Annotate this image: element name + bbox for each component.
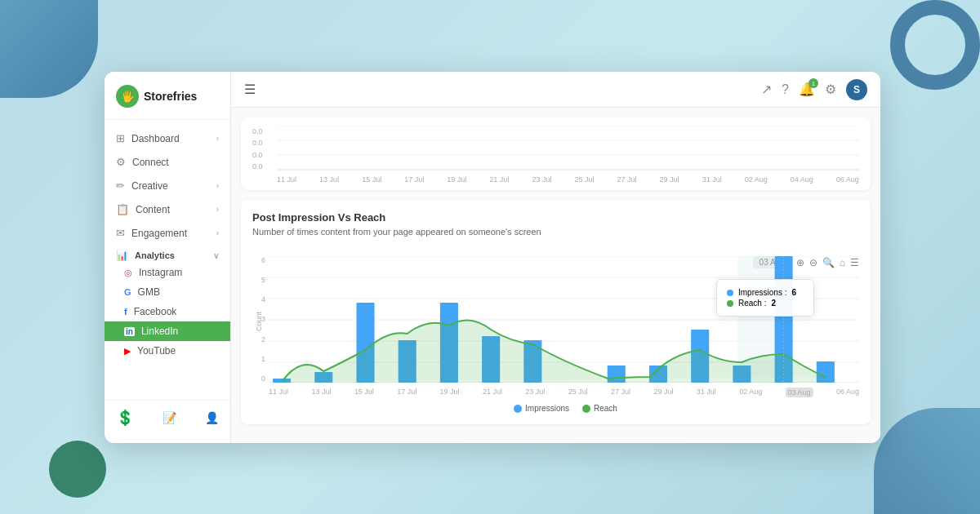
logo-area: 🖐 Storefries (105, 72, 230, 120)
dollar-icon[interactable]: 💲 (116, 409, 134, 427)
sidebar-item-instagram[interactable]: ◎ Instagram (105, 263, 230, 282)
sidebar-item-creative[interactable]: ✏ Creative › (105, 174, 230, 197)
x-label: 29 Jul (653, 388, 673, 397)
legend-reach: Reach (582, 404, 617, 413)
sidebar-item-facebook[interactable]: f Facebook (105, 302, 230, 321)
user-icon[interactable]: 👤 (205, 411, 219, 424)
x-label: 03 Aug (786, 388, 813, 397)
x-label: 06 Aug (836, 175, 859, 184)
x-label: 13 Jul (319, 175, 339, 184)
notification-icon[interactable]: 🔔 1 (799, 82, 815, 97)
instagram-icon: ◎ (124, 268, 132, 278)
chart-subtitle: Number of times content from your page a… (252, 227, 859, 237)
x-label: 27 Jul (617, 175, 637, 184)
facebook-icon: f (124, 307, 127, 317)
logo-icon: 🖐 (116, 85, 139, 108)
deco-bottom-right (874, 408, 980, 514)
sidebar-item-gmb[interactable]: G GMB (105, 282, 230, 302)
reach-dot (727, 300, 733, 307)
chevron-down-icon: ∨ (213, 251, 219, 260)
analytics-section[interactable]: 📊 Analytics ∨ (105, 245, 230, 263)
reach-value: 2 (771, 299, 776, 308)
x-label: 21 Jul (483, 388, 502, 397)
x-label: 27 Jul (611, 388, 630, 397)
chevron-right-icon: › (216, 205, 219, 214)
nav-items: ⊞ Dashboard › ⚙ Connect ✏ Creative › (105, 120, 230, 400)
y-label: 0 (252, 374, 265, 383)
gmb-icon: G (124, 287, 131, 297)
deco-bottom-left-circle (49, 441, 106, 498)
content-icon: 📋 (116, 203, 129, 215)
sidebar-item-connect[interactable]: ⚙ Connect (105, 150, 230, 174)
help-icon[interactable]: ? (782, 82, 789, 97)
x-label: 19 Jul (447, 175, 466, 184)
user-avatar[interactable]: S (846, 79, 867, 100)
deco-top-left (0, 0, 98, 98)
x-label: 31 Jul (702, 175, 722, 184)
legend-impressions: Impressions (514, 404, 569, 413)
y-label: 6 (252, 256, 265, 264)
x-label: 31 Jul (697, 388, 716, 397)
y-label: 4 (252, 295, 265, 304)
sidebar-item-label: Dashboard (131, 133, 180, 144)
youtube-icon: ▶ (124, 346, 131, 357)
menu-icon[interactable]: ☰ (244, 82, 256, 97)
connect-icon: ⚙ (116, 156, 126, 168)
x-label: 29 Jul (660, 175, 679, 184)
analytics-label: Analytics (135, 250, 175, 260)
x-label: 15 Jul (354, 388, 374, 397)
x-label: 25 Jul (568, 388, 588, 397)
header-right: ↗ ? 🔔 1 ⚙ S (761, 79, 867, 100)
mini-x-labels: 11 Jul 13 Jul 15 Jul 17 Jul 19 Jul 21 Ju… (277, 175, 859, 184)
creative-icon: ✏ (116, 179, 125, 192)
chart-tooltip: Impressions : 6 Reach : 2 (716, 279, 814, 317)
sub-item-label: Facebook (134, 306, 177, 317)
x-label: 06 Aug (836, 388, 859, 397)
sub-item-label: YouTube (137, 345, 176, 357)
x-label: 11 Jul (269, 388, 288, 397)
x-label: 23 Jul (525, 388, 545, 397)
y-label: 0.0 (252, 162, 277, 171)
mini-y-axis: 0.0 0.0 0.0 0.0 (252, 126, 277, 171)
chevron-right-icon: › (216, 134, 219, 143)
x-label: 17 Jul (397, 388, 416, 397)
sidebar-item-youtube[interactable]: ▶ YouTube (105, 341, 230, 361)
x-label: 19 Jul (440, 388, 460, 397)
legend-reach-dot (582, 405, 590, 413)
sub-item-label: GMB (138, 286, 160, 298)
mini-chart-svg (277, 126, 859, 171)
chart-area: 0.0 0.0 0.0 0.0 1 (231, 108, 880, 443)
y-label: 0.0 (252, 151, 277, 159)
legend-impressions-label: Impressions (525, 404, 569, 413)
chart-svg-area: Count (269, 256, 859, 397)
sidebar-item-engagement[interactable]: ✉ Engagement › (105, 221, 230, 245)
x-label: 21 Jul (489, 175, 509, 184)
legend-impressions-dot (514, 405, 522, 413)
sidebar-item-content[interactable]: 📋 Content › (105, 197, 230, 221)
edit-icon[interactable]: 📝 (163, 411, 176, 424)
y-label: 5 (252, 276, 265, 284)
sidebar-item-label: Creative (131, 180, 168, 192)
sidebar-item-dashboard[interactable]: ⊞ Dashboard › (105, 126, 230, 150)
impressions-dot (727, 290, 733, 296)
sidebar-item-label: Content (136, 204, 170, 215)
main-content: ☰ ↗ ? 🔔 1 ⚙ S 0.0 0.0 0.0 (231, 72, 880, 443)
x-label: 02 Aug (739, 388, 762, 397)
x-label: 23 Jul (532, 175, 551, 184)
header: ☰ ↗ ? 🔔 1 ⚙ S (231, 72, 880, 108)
linkedin-icon: in (124, 327, 135, 336)
external-link-icon[interactable]: ↗ (761, 82, 772, 97)
chart-title: Post Impression Vs Reach (252, 211, 859, 224)
analytics-icon: 📊 (116, 250, 128, 261)
engagement-icon: ✉ (116, 227, 125, 239)
sidebar-item-linkedin[interactable]: in LinkedIn (105, 321, 230, 341)
chart-legend: Impressions Reach (272, 404, 859, 413)
settings-icon[interactable]: ⚙ (825, 82, 836, 97)
chart-with-toolbar: 03 Aug ⊕ ⊖ 🔍 ⌂ ☰ Impressions : 6 (252, 256, 859, 413)
reach-label: Reach : (738, 299, 766, 308)
sidebar: 🖐 Storefries ⊞ Dashboard › ⚙ Connect ✏ (105, 72, 231, 443)
main-chart-svg (269, 256, 859, 383)
dashboard-icon: ⊞ (116, 132, 125, 144)
chevron-right-icon: › (216, 228, 219, 237)
x-axis-labels: 11 Jul 13 Jul 15 Jul 17 Jul 19 Jul 21 Ju… (269, 388, 859, 397)
